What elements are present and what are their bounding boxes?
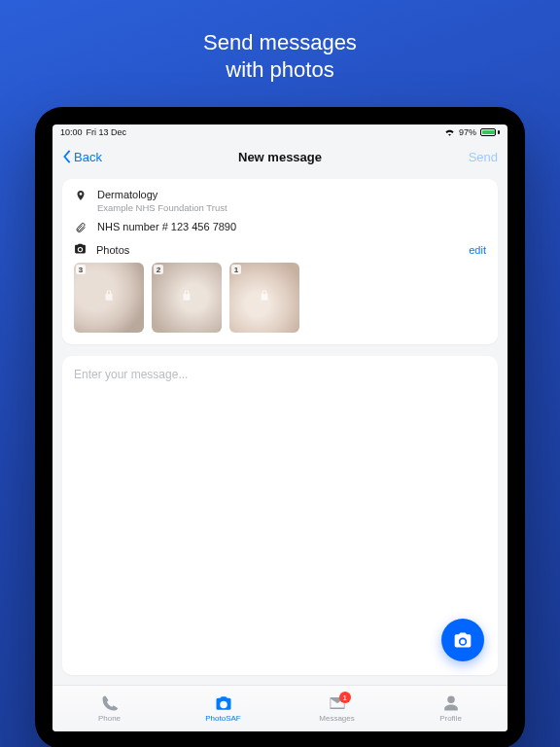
camera-icon: [453, 630, 472, 650]
tablet-frame: 10:00 Fri 13 Dec 97% Back New message: [35, 107, 525, 747]
badge: 1: [339, 692, 351, 703]
edit-photos-button[interactable]: edit: [469, 244, 486, 256]
message-placeholder: Enter your message...: [74, 368, 486, 381]
tab-bar: Phone PhotoSAF 1 Messages Profile: [52, 685, 508, 731]
photo-number: 1: [231, 265, 241, 274]
tab-label: Profile: [439, 714, 462, 723]
location-subtitle: Example NHS Foundation Trust: [97, 202, 228, 213]
battery-icon: [480, 128, 500, 136]
photo-number: 2: [154, 265, 163, 274]
hero-caption: Send messages with photos: [0, 0, 560, 83]
tab-label: Messages: [319, 714, 354, 723]
wifi-icon: [444, 127, 455, 138]
tab-label: PhotoSAF: [205, 714, 240, 723]
location-title: Dermatology: [97, 189, 228, 200]
tab-phone[interactable]: Phone: [52, 686, 166, 731]
attachment-row: NHS number # 123 456 7890: [74, 221, 486, 234]
page-title: New message: [238, 150, 322, 164]
message-input-card[interactable]: Enter your message...: [62, 356, 498, 675]
tab-profile[interactable]: Profile: [394, 686, 508, 731]
person-icon: [442, 694, 460, 712]
camera-icon: [215, 694, 232, 712]
photo-thumb[interactable]: 2: [152, 263, 222, 333]
status-date: Fri 13 Dec: [87, 127, 127, 137]
battery-percent: 97%: [459, 127, 476, 137]
hero-line1: Send messages: [0, 29, 560, 56]
photos-label: Photos: [96, 244, 129, 256]
lock-icon: [258, 289, 271, 306]
hero-line2: with photos: [0, 56, 560, 84]
status-time: 10:00: [60, 127, 83, 137]
photos-header: Photos edit: [74, 242, 486, 257]
details-card: Dermatology Example NHS Foundation Trust…: [62, 179, 498, 344]
back-label: Back: [74, 150, 102, 164]
photo-number: 3: [76, 265, 86, 274]
back-button[interactable]: Back: [62, 150, 102, 164]
location-icon: [74, 189, 88, 202]
photo-thumbnails: 3 2 1: [74, 263, 486, 333]
paperclip-icon: [74, 221, 88, 234]
phone-icon: [101, 694, 119, 712]
camera-icon: [74, 242, 87, 257]
nav-bar: Back New message Send: [52, 140, 508, 173]
location-row: Dermatology Example NHS Foundation Trust: [74, 189, 486, 213]
lock-icon: [102, 289, 116, 306]
tab-photosaf[interactable]: PhotoSAF: [166, 686, 280, 731]
tab-messages[interactable]: 1 Messages: [280, 686, 394, 731]
status-bar: 10:00 Fri 13 Dec 97%: [52, 124, 508, 140]
lock-icon: [180, 289, 193, 306]
camera-fab-button[interactable]: [441, 619, 484, 661]
send-button[interactable]: Send: [469, 150, 498, 164]
attachment-text: NHS number # 123 456 7890: [97, 221, 236, 232]
tab-label: Phone: [98, 714, 121, 723]
photo-thumb[interactable]: 3: [74, 263, 144, 333]
photo-thumb[interactable]: 1: [229, 263, 299, 333]
chevron-left-icon: [62, 150, 72, 163]
screen: 10:00 Fri 13 Dec 97% Back New message: [52, 124, 508, 731]
